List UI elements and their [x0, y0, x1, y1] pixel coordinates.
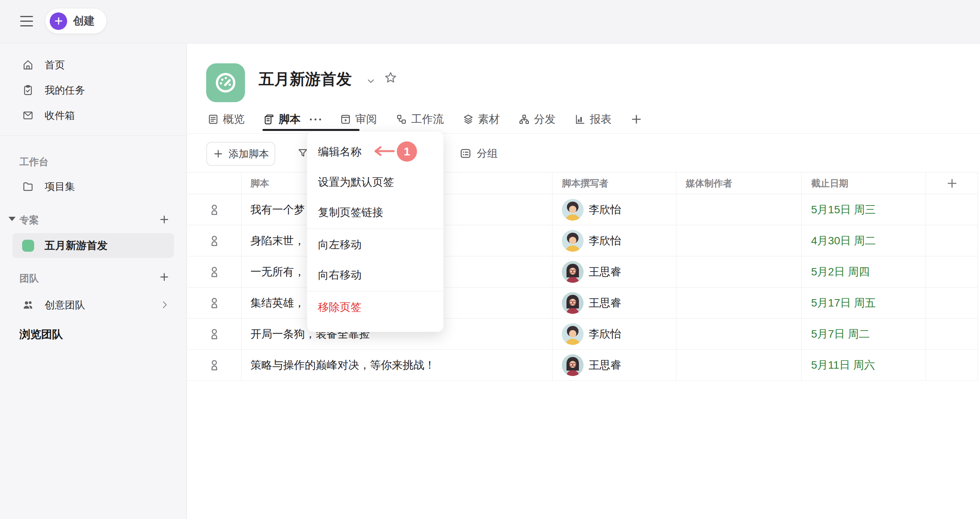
writer-name: 王思睿 — [589, 265, 621, 279]
table-row[interactable]: 策略与操作的巅峰对决，等你来挑战！ 王思睿 5月11日 周六 — [187, 350, 978, 381]
sidebar: 首页 我的任务 收件箱 工作台 项目集 专案 — [0, 44, 187, 519]
sidebar-item-label: 我的任务 — [45, 84, 85, 97]
table-row[interactable]: 一无所有， 王思睿 5月2日 周四 — [187, 256, 978, 287]
star-icon[interactable] — [384, 71, 398, 85]
tab-bar: 概览 脚本 审阅 工作流 — [207, 108, 643, 131]
writer-cell: 王思睿 — [553, 350, 676, 380]
media-cell — [676, 225, 802, 256]
group-button[interactable]: 分组 — [459, 145, 498, 162]
overview-icon — [207, 113, 219, 125]
sidebar-divider — [0, 135, 187, 136]
table-row[interactable]: 集结英雄， 王思睿 5月17日 周五 — [187, 287, 978, 319]
writer-name: 李欣怡 — [589, 327, 621, 341]
menu-item-remove-tab[interactable]: 移除页签 — [307, 292, 443, 322]
top-bar: 创建 — [0, 0, 980, 44]
script-title: 策略与操作的巅峰对决，等你来挑战！ — [250, 358, 435, 373]
header-writer[interactable]: 脚本撰写者 — [553, 172, 676, 194]
browse-teams-link[interactable]: 浏览团队 — [19, 327, 63, 342]
writer-cell: 李欣怡 — [553, 194, 676, 225]
sidebar-item-my-tasks[interactable]: 我的任务 — [0, 77, 187, 103]
media-cell — [676, 350, 802, 380]
media-cell — [676, 319, 802, 349]
tab-distribute[interactable]: 分发 — [518, 112, 556, 127]
sidebar-item-project-selected[interactable]: 五月新游首发 — [12, 233, 174, 258]
extra-cell — [926, 287, 978, 318]
row-person-icon — [187, 350, 242, 380]
table-header-row: 脚本 脚本撰写者 媒体制作者 截止日期 — [187, 172, 978, 194]
sidebar-item-label: 首页 — [45, 58, 65, 72]
avatar — [562, 354, 584, 376]
app-screen: 创建 首页 我的任务 收件箱 工作台 — [0, 0, 980, 519]
page-title: 五月新游首发 — [259, 68, 352, 90]
tab-label: 分发 — [534, 112, 556, 127]
sidebar-item-label: 项目集 — [45, 180, 75, 193]
tab-workflow[interactable]: 工作流 — [396, 112, 444, 127]
create-button-label: 创建 — [73, 14, 95, 28]
menu-item-copy-tab-link[interactable]: 复制页签链接 — [307, 197, 443, 228]
workflow-icon — [396, 113, 407, 125]
report-icon — [574, 113, 586, 125]
add-script-button[interactable]: 添加脚本 — [206, 142, 275, 166]
tab-add-button[interactable] — [630, 113, 643, 125]
sidebar-item-home[interactable]: 首页 — [0, 52, 187, 78]
tab-label: 素材 — [478, 112, 500, 127]
table-row[interactable]: 身陷末世， 李欣怡 4月30日 周二 — [187, 225, 978, 256]
script-title: 我有一个梦 — [250, 202, 305, 217]
table-row[interactable]: 开局一条狗，装备全靠捡 李欣怡 5月7日 周二 — [187, 319, 978, 350]
writer-name: 李欣怡 — [589, 202, 621, 217]
menu-divider — [307, 228, 443, 229]
tab-review[interactable]: 审阅 — [340, 112, 377, 127]
home-icon — [22, 59, 34, 71]
header-select-column — [187, 172, 242, 194]
menu-divider — [307, 291, 443, 291]
tasks-icon — [22, 84, 34, 96]
folder-icon — [22, 181, 34, 192]
writer-cell: 李欣怡 — [553, 225, 676, 256]
tab-more-icon[interactable] — [310, 118, 321, 120]
people-icon — [22, 299, 34, 311]
add-team-button[interactable] — [158, 271, 170, 283]
create-button[interactable]: 创建 — [45, 8, 107, 34]
tab-report[interactable]: 报表 — [574, 112, 612, 127]
add-project-button[interactable] — [158, 214, 170, 225]
tab-label: 概览 — [223, 112, 245, 127]
sidebar-item-inbox[interactable]: 收件箱 — [0, 103, 187, 128]
menu-item-move-left[interactable]: 向左移动 — [307, 230, 443, 260]
menu-item-move-right[interactable]: 向右移动 — [307, 260, 443, 290]
tab-overview[interactable]: 概览 — [207, 112, 245, 127]
plus-icon — [50, 12, 67, 30]
collapse-triangle-icon[interactable] — [9, 217, 16, 221]
sidebar-item-creative-team[interactable]: 创意团队 — [0, 292, 187, 318]
sidebar-item-label: 创意团队 — [45, 298, 85, 312]
tab-label: 报表 — [590, 112, 612, 127]
writer-cell: 李欣怡 — [553, 319, 676, 349]
extra-cell — [926, 225, 978, 256]
sidebar-item-project-collection[interactable]: 项目集 — [0, 174, 187, 199]
avatar — [562, 323, 584, 345]
due-date: 5月7日 周二 — [811, 327, 870, 341]
section-label-workbench: 工作台 — [19, 155, 49, 168]
row-person-icon — [187, 225, 242, 256]
avatar — [562, 292, 584, 314]
table-row[interactable]: 我有一个梦 李欣怡 5月15日 周三 — [187, 194, 978, 225]
tab-material[interactable]: 素材 — [462, 112, 500, 127]
due-date: 5月17日 周五 — [811, 296, 876, 310]
chevron-right-icon[interactable] — [160, 300, 170, 310]
writer-name: 王思睿 — [589, 358, 621, 373]
callout-arrow-left-icon — [373, 145, 395, 157]
hamburger-menu-icon[interactable] — [20, 16, 33, 27]
extra-cell — [926, 319, 978, 349]
tab-script[interactable]: 脚本 — [263, 112, 321, 127]
media-cell — [676, 287, 802, 318]
due-date: 5月11日 周六 — [811, 358, 875, 373]
chevron-down-icon[interactable] — [366, 76, 376, 86]
header-due[interactable]: 截止日期 — [802, 172, 926, 194]
media-cell — [676, 256, 802, 287]
extra-cell — [926, 350, 978, 380]
writer-name: 王思睿 — [589, 296, 621, 310]
header-media[interactable]: 媒体制作者 — [676, 172, 802, 194]
menu-item-set-default-tab[interactable]: 设置为默认页签 — [307, 167, 443, 197]
add-column-button[interactable] — [926, 172, 978, 194]
due-date: 5月2日 周四 — [811, 265, 870, 279]
writer-name: 李欣怡 — [589, 233, 621, 248]
